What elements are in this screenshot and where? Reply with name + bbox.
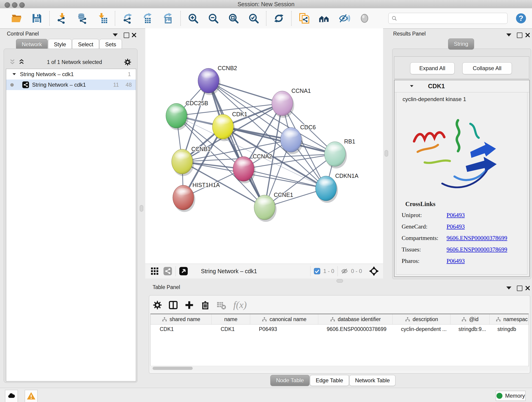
expand-all-icon[interactable]: [18, 58, 25, 66]
help-button[interactable]: ?: [514, 11, 528, 26]
tab-style[interactable]: Style: [48, 39, 72, 50]
search-input[interactable]: [397, 15, 497, 22]
toolbar-separator: [180, 11, 181, 26]
gene-section-header[interactable]: CDK1: [394, 80, 529, 92]
birdseye-icon[interactable]: [369, 266, 379, 276]
collapse-all-button[interactable]: Collapse All: [462, 62, 512, 74]
gene-expand-icon[interactable]: [409, 84, 414, 89]
warning-button[interactable]: [25, 390, 38, 402]
import-database-button[interactable]: [76, 11, 89, 26]
open-in-window-icon[interactable]: [179, 267, 188, 276]
zoom-out-button[interactable]: [207, 11, 220, 26]
delete-column-icon[interactable]: [200, 300, 210, 310]
crosslink-link[interactable]: 9606.ENSP00000378699: [447, 235, 507, 242]
table-gear-icon[interactable]: [152, 300, 162, 310]
hide-eye-button[interactable]: [338, 11, 351, 26]
collapse-all-icon[interactable]: [9, 58, 16, 66]
export-image-button[interactable]: [161, 11, 175, 26]
crosslink-label: GeneCard:: [402, 223, 447, 230]
crosslink-row: Uniprot:P06493: [402, 212, 527, 219]
scrollbar-handle[interactable]: [152, 367, 193, 370]
table-panel-menu-icon[interactable]: [506, 287, 513, 293]
network-row[interactable]: String Network – cdk1 11 48: [6, 80, 136, 90]
results-panel-float-icon[interactable]: [517, 32, 524, 39]
gear-icon[interactable]: [124, 58, 132, 66]
memory-label: Memory: [505, 393, 525, 399]
refresh-button[interactable]: [272, 11, 285, 26]
save-session-button[interactable]: [30, 11, 44, 26]
crosslinks-title: CrossLinks: [405, 201, 527, 208]
node-label-CCNB1: CCNB1: [191, 146, 211, 152]
export-network-button[interactable]: [121, 11, 134, 26]
export-table-button[interactable]: [141, 11, 154, 26]
edge-count: 48: [119, 82, 132, 88]
column-header-description[interactable]: description: [393, 314, 450, 324]
crosslink-link[interactable]: P06493: [447, 212, 465, 219]
column-header-database-identifier[interactable]: database identifier: [318, 314, 393, 324]
title-bar: Session: New Session: [0, 0, 532, 8]
network-view-share-icon[interactable]: [163, 267, 172, 276]
search-box[interactable]: [388, 13, 507, 24]
network-node-RB1[interactable]: RB1: [324, 138, 355, 168]
network-node-CCNB1[interactable]: CCNB1: [172, 146, 211, 176]
tab-string[interactable]: String: [448, 38, 474, 50]
control-panel-close-icon[interactable]: [131, 32, 137, 38]
results-panel-menu-icon[interactable]: [506, 33, 513, 40]
tab-network-table[interactable]: Network Table: [349, 375, 396, 386]
cloud-icon: [7, 392, 16, 400]
home-networks-button[interactable]: [317, 11, 331, 26]
import-table-button[interactable]: [96, 11, 109, 26]
tab-sets[interactable]: Sets: [99, 39, 122, 50]
toolbar-separator: [310, 266, 310, 276]
bottom-splitter-handle[interactable]: [336, 279, 343, 283]
add-column-icon[interactable]: [184, 300, 194, 310]
network-node-CDC25B[interactable]: CDC25B: [166, 100, 208, 130]
network-node-CCNA1[interactable]: CCNA1: [272, 88, 311, 118]
import-table-icon: [97, 13, 108, 24]
network-graph[interactable]: CCNB2 CCNA1 CDC25B: [145, 28, 383, 264]
network-collection-row[interactable]: String Network – cdk1 1: [6, 69, 136, 80]
tab-select[interactable]: Select: [72, 39, 99, 50]
network-node-CCNB2[interactable]: CCNB2: [198, 65, 237, 95]
tab-network[interactable]: Network: [16, 39, 48, 50]
memory-button[interactable]: Memory: [496, 391, 526, 401]
cloud-button[interactable]: [5, 390, 18, 402]
results-panel-close-icon[interactable]: [525, 32, 531, 38]
column-header-shared-name[interactable]: shared name: [151, 314, 212, 324]
network-node-CDC6[interactable]: CDC6: [280, 124, 316, 154]
column-header--id[interactable]: @id: [450, 314, 490, 324]
expand-all-button[interactable]: Expand All: [410, 62, 455, 74]
show-columns-icon[interactable]: [168, 300, 178, 310]
open-folder-button[interactable]: [10, 11, 23, 26]
inactive-eye-button[interactable]: [358, 11, 371, 26]
duplicate-network-button[interactable]: [298, 11, 311, 26]
import-network-button[interactable]: [56, 11, 69, 26]
table-horizontal-scrollbar[interactable]: [150, 366, 528, 370]
network-node-HIST1H1A[interactable]: HIST1H1A: [173, 182, 220, 212]
right-splitter-handle[interactable]: [385, 150, 388, 157]
grid-view-icon[interactable]: [150, 267, 159, 275]
crosslink-link[interactable]: P06493: [447, 223, 465, 230]
zoom-fit-button[interactable]: [227, 11, 240, 26]
column-header-namespac[interactable]: namespac: [490, 314, 529, 324]
zoom-in-button[interactable]: [186, 11, 200, 26]
table-panel-close-icon[interactable]: [525, 285, 531, 291]
control-panel-tabs: NetworkStyleSelectSets: [16, 39, 122, 50]
table-row[interactable]: CDK1CDK1P064939606.ENSP00000378699cyclin…: [151, 325, 529, 334]
tab-edge-table[interactable]: Edge Table: [310, 375, 349, 386]
network-canvas[interactable]: CCNB2 CCNA1 CDC25B: [145, 28, 383, 264]
collection-expand-icon[interactable]: [12, 72, 17, 77]
control-panel-float-icon[interactable]: [124, 32, 131, 39]
left-splitter-handle[interactable]: [140, 205, 143, 211]
network-node-CDKN1A[interactable]: CDKN1A: [316, 172, 359, 203]
network-share-icon: [22, 81, 29, 89]
tab-node-table[interactable]: Node Table: [270, 375, 310, 386]
crosslink-link[interactable]: P06493: [447, 258, 465, 264]
zoom-selected-icon: [248, 13, 259, 24]
selected-checkbox-icon[interactable]: [314, 268, 321, 274]
column-header-canonical-name[interactable]: canonical name: [250, 314, 318, 324]
crosslink-link[interactable]: 9606.ENSP00000378699: [447, 246, 507, 253]
zoom-selected-button[interactable]: [247, 11, 260, 26]
table-panel-float-icon[interactable]: [517, 286, 524, 293]
column-header-name[interactable]: name: [212, 314, 250, 324]
